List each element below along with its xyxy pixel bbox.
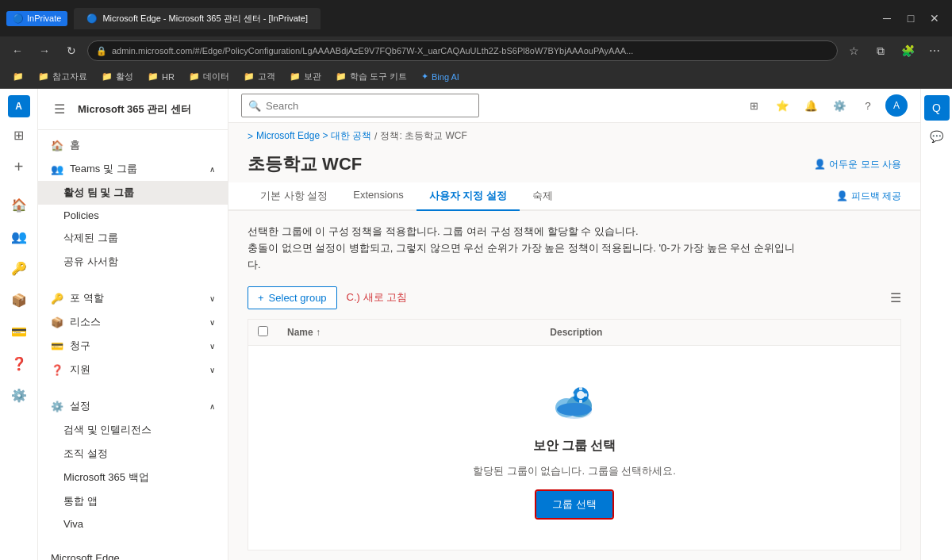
sidebar-item-teams[interactable]: 👥 Teams 및 그룹 ∧ [38,157,228,181]
tab-basic-settings[interactable]: 기본 사항 설정 [248,182,340,211]
nav-label: 통합 앱 [63,494,98,508]
url-bar[interactable]: 🔒 admin.microsoft.com/#/Edge/PolicyConfi… [87,40,838,61]
minimize-button[interactable]: ─ [876,7,898,29]
star-button[interactable]: ☆ [843,40,865,62]
tab-extensions[interactable]: Extensions [340,182,416,211]
sidebar-item-shared-mailbox[interactable]: 공유 사서함 [38,250,228,274]
side-panel: Q 💬 [920,89,952,560]
sidebar-item-microsoft-edge[interactable]: Microsoft Edge [38,547,228,560]
sidebar-item-resources[interactable]: 📦 리소스 ∨ [38,310,228,334]
back-button[interactable]: ← [6,40,29,62]
bookmark-item-archive[interactable]: 📁 보관 [283,68,328,85]
billing-icon: 💳 [51,340,63,352]
resources-nav-button[interactable]: 📦 [5,286,33,314]
breadcrumb-link-2[interactable]: Microsoft Edge > 대한 공책 [256,129,371,143]
split-button[interactable]: ⧉ [869,40,892,62]
table-body: 보안 그룹 선택 할당된 그룹이 없습니다. 그룹을 선택하세요. 그룹 선택 [248,346,901,550]
help-link[interactable]: 👤 어두운 모드 사용 [814,158,901,171]
sidebar-item-home[interactable]: 🏠 홈 [38,133,228,157]
new-custom-button[interactable]: C.) 새로 고침 [347,286,408,309]
teams-nav-button[interactable]: 👥 [5,222,33,251]
folder-icon: 📁 [189,71,200,82]
page-title: 초등학교 WCF [248,152,362,176]
bookmark-item-bing[interactable]: ✦ Bing AI [415,69,466,84]
nav-label: Microsoft Edge [51,552,120,560]
billing-nav-button[interactable]: 💳 [5,317,33,346]
bookmark-item-customer[interactable]: 📁 고객 [237,68,282,85]
sidebar-item-org-settings[interactable]: 조직 설정 [38,442,228,466]
add-button[interactable]: + [5,152,33,181]
breadcrumb-current: 정책: 초등학교 WCF [380,129,466,143]
sidebar-item-policies[interactable]: Policies [38,205,228,226]
user-avatar[interactable]: A [885,94,908,117]
breadcrumb-link-1[interactable]: > [248,131,253,142]
settings-nav-button[interactable]: ⚙️ [5,381,33,409]
apps-button[interactable]: ⊞ [5,121,33,149]
support-nav-button[interactable]: ❓ [5,349,33,378]
sidebar-item-search[interactable]: 검색 및 인텔리전스 [38,418,228,442]
search-box[interactable]: 🔍 [241,94,479,117]
bookmark-button[interactable]: ⭐ [771,94,793,117]
nav-header: ☰ Microsoft 365 관리 센터 [38,89,228,130]
name-header[interactable]: Name ↑ [278,320,540,346]
sidebar-item-integrated-apps[interactable]: 통합 앱 [38,489,228,513]
select-all-checkbox[interactable] [258,326,268,336]
select-group-cta-button[interactable]: 그룹 선택 [536,491,612,518]
empty-state: 보안 그룹 선택 할당된 그룹이 없습니다. 그룹을 선택하세요. 그룹 선택 [248,346,900,550]
tab-user-settings[interactable]: 사용자 지정 설정 [416,182,520,211]
tab-favicon: 🔵 [86,13,98,24]
reload-button[interactable]: ↻ [60,40,83,62]
folder-icon: 📁 [244,71,255,82]
table-row: 보안 그룹 선택 할당된 그룹이 없습니다. 그룹을 선택하세요. 그룹 선택 [248,346,901,550]
sidebar-toggle-button[interactable]: ☰ [48,95,71,123]
sidebar-item-settings[interactable]: ⚙️ 설정 ∧ [38,394,228,418]
chevron-down-icon: ∧ [209,165,215,174]
search-input[interactable] [266,100,472,112]
chevron-down-icon: ∧ [209,402,215,411]
nav-label: Microsoft 365 백업 [63,470,149,485]
roles-nav-button[interactable]: 🔑 [5,254,33,282]
list-view-button[interactable]: ☰ [890,290,901,305]
group-table: Name ↑ Description [248,319,901,550]
address-bar: ← → ↻ 🔒 admin.microsoft.com/#/Edge/Polic… [0,36,952,65]
sidebar-item-active-teams[interactable]: 활성 팀 및 그룹 [38,181,228,205]
bookmark-item-active[interactable]: 📁 활성 [95,68,140,85]
bell-button[interactable]: 🔔 [800,94,822,117]
bookmark-item-data[interactable]: 📁 데이터 [182,68,236,85]
bookmarks-bar: 📁 📁 참고자료 📁 활성 📁 HR 📁 데이터 📁 고객 📁 보관 📁 학습 … [0,65,952,89]
bookmark-item-references[interactable]: 📁 참고자료 [32,68,94,85]
nav-label: Teams 및 그룹 [70,162,137,176]
maximize-button[interactable]: □ [900,7,922,29]
edge-icon: 🔵 [13,13,24,24]
nav-label: 삭제된 그룹 [63,231,118,245]
gear-button[interactable]: ⚙️ [828,94,850,117]
description-header: Description [540,320,900,346]
sidebar-item-deleted-groups[interactable]: 삭제된 그룹 [38,226,228,250]
forward-button[interactable]: → [33,40,56,62]
feedback-link[interactable]: 👤 피드백 제공 [836,190,901,203]
sidebar-item-viva[interactable]: Viva [38,513,228,535]
side-panel-comment-button[interactable]: 💬 [924,124,950,149]
svg-point-5 [577,391,585,399]
grid-button[interactable]: ⊞ [743,94,765,117]
bookmark-item-learning[interactable]: 📁 학습 도구 키트 [329,68,413,85]
settings-button[interactable]: ⋯ [923,40,946,62]
sidebar-item-support[interactable]: ❓ 지원 ∨ [38,358,228,382]
close-button[interactable]: ✕ [923,7,946,29]
left-nav: ☰ Microsoft 365 관리 센터 🏠 홈 👥 Teams 및 그룹 ∧… [38,89,228,560]
sidebar-item-roles[interactable]: 🔑 포 역할 ∨ [38,286,228,310]
help-button[interactable]: ? [857,94,879,117]
help-icon: 👤 [814,159,826,170]
browser-chrome: 🔵 InPrivate 🔵 Microsoft Edge - Microsoft… [0,0,952,36]
tab-homework[interactable]: 숙제 [520,182,566,211]
sidebar-item-m365-backup[interactable]: Microsoft 365 백업 [38,466,228,489]
home-nav-button[interactable]: 🏠 [5,190,33,219]
extensions-button[interactable]: 🧩 [896,40,919,62]
nav-section-settings: ⚙️ 설정 ∧ 검색 및 인텔리전스 조직 설정 Microsoft 365 백… [38,391,228,538]
sidebar-item-billing[interactable]: 💳 청구 ∨ [38,334,228,358]
bookmark-item-hr[interactable]: 📁 HR [141,69,181,84]
side-panel-chat-button[interactable]: Q [924,95,950,121]
select-group-button[interactable]: + Select group [248,286,337,309]
active-tab[interactable]: 🔵 Microsoft Edge - Microsoft 365 관리 센터 -… [74,8,321,29]
nav-label: 청구 [70,339,90,353]
